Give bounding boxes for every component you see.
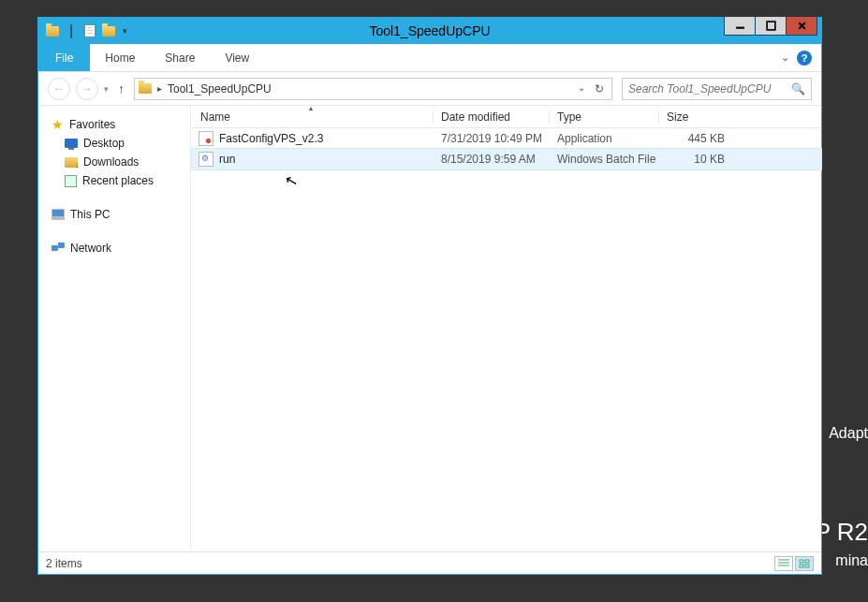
up-button[interactable]: ↑ [114,81,128,96]
sidebar-item-label: Favorites [69,118,115,131]
sidebar-item-label: Downloads [83,155,139,169]
sidebar-favorites[interactable]: ★ Favorites [38,115,190,134]
folder-icon [44,22,61,39]
sidebar-item-label: This PC [70,208,110,221]
properties-icon[interactable] [81,22,98,39]
close-button[interactable] [786,17,817,36]
column-date[interactable]: Date modified [434,110,550,124]
quick-access-toolbar: | ▾ [38,22,131,39]
svg-rect-7 [800,560,803,563]
file-rows: FastConfigVPS_v2.3 7/31/2019 10:49 PM Ap… [191,128,821,551]
file-name: FastConfigVPS_v2.3 [219,132,323,145]
sidebar-item-label: Recent places [82,174,154,187]
column-size[interactable]: Size [659,110,732,124]
column-label: Name [200,110,230,124]
ribbon-expand-icon[interactable]: ⌄ [781,51,789,64]
address-dropdown-icon[interactable]: ⌄ [578,82,585,95]
svg-rect-1 [767,22,775,30]
status-bar: 2 items [38,551,821,574]
recent-icon [65,175,77,187]
pc-icon [51,209,65,220]
column-type[interactable]: Type [550,110,659,124]
maximize-button[interactable] [755,17,787,36]
titlebar[interactable]: | ▾ Tool1_SpeedUpCPU [38,18,821,44]
view-toggles [774,556,814,571]
file-row[interactable]: run 8/15/2019 9:59 AM Windows Batch File… [191,149,821,169]
tab-view[interactable]: View [210,44,264,71]
sidebar-item-label: Desktop [83,137,125,150]
address-bar[interactable]: ▸ Tool1_SpeedUpCPU ⌄ ↻ [134,78,612,100]
qat-dropdown-icon[interactable]: ▾ [119,26,131,36]
downloads-icon [65,157,78,168]
file-type: Application [550,132,659,145]
sort-indicator-icon: ▴ [309,104,313,112]
window-controls [725,17,817,36]
file-date: 8/15/2019 9:59 AM [434,153,550,166]
search-icon[interactable]: 🔍 [791,82,805,95]
file-date: 7/31/2019 10:49 PM [434,132,550,145]
svg-rect-9 [800,565,803,567]
path-segment[interactable]: Tool1_SpeedUpCPU [162,82,277,95]
folder-icon [137,81,154,97]
new-folder-icon[interactable] [100,22,117,39]
file-row[interactable]: FastConfigVPS_v2.3 7/31/2019 10:49 PM Ap… [191,128,821,149]
history-dropdown-icon[interactable]: ▾ [104,84,109,94]
details-view-button[interactable] [774,556,793,571]
sidebar-item-label: Network [70,242,111,255]
sidebar-item-desktop[interactable]: Desktop [38,134,190,153]
back-button[interactable]: ← [48,78,70,100]
forward-button[interactable]: → [76,78,98,100]
search-box[interactable]: 🔍 [622,78,812,100]
sidebar-item-downloads[interactable]: Downloads [38,153,190,171]
desktop-bg-text: P R2 [815,518,868,547]
thumbnails-view-button[interactable] [795,556,814,571]
refresh-icon[interactable]: ↻ [595,82,604,95]
sidebar-thispc[interactable]: This PC [38,205,190,224]
sidebar-item-recent[interactable]: Recent places [38,171,190,190]
svg-rect-10 [805,565,809,567]
desktop-bg-text: mina [835,552,868,569]
tab-home[interactable]: Home [90,44,150,71]
ribbon: File Home Share View ⌄ ? [38,44,821,72]
navigation-pane: ★ Favorites Desktop Downloads Recent pla… [38,106,191,551]
network-icon [51,242,65,254]
application-icon [199,131,213,146]
file-type: Windows Batch File [550,153,659,166]
svg-rect-8 [805,560,809,563]
column-headers: Name ▴ Date modified Type Size [191,106,821,128]
minimize-button[interactable] [724,17,756,36]
help-icon[interactable]: ? [797,51,812,66]
desktop-bg-text: Adapt [829,425,868,442]
batch-file-icon [199,152,213,167]
file-list-pane: Name ▴ Date modified Type Size FastConfi… [191,106,821,551]
divider: | [63,22,80,39]
explorer-window: | ▾ Tool1_SpeedUpCPU File Home Share Vie… [37,17,822,575]
item-count: 2 items [46,557,82,570]
tab-share[interactable]: Share [150,44,210,71]
star-icon: ★ [51,117,64,132]
file-size: 10 KB [659,153,732,166]
search-input[interactable] [628,82,791,95]
tab-file[interactable]: File [38,44,90,71]
desktop-icon [65,139,78,148]
file-size: 445 KB [659,132,732,145]
sidebar-network[interactable]: Network [38,239,190,257]
file-name: run [219,153,235,166]
window-title: Tool1_SpeedUpCPU [369,23,490,38]
navigation-bar: ← → ▾ ↑ ▸ Tool1_SpeedUpCPU ⌄ ↻ 🔍 [38,72,821,106]
